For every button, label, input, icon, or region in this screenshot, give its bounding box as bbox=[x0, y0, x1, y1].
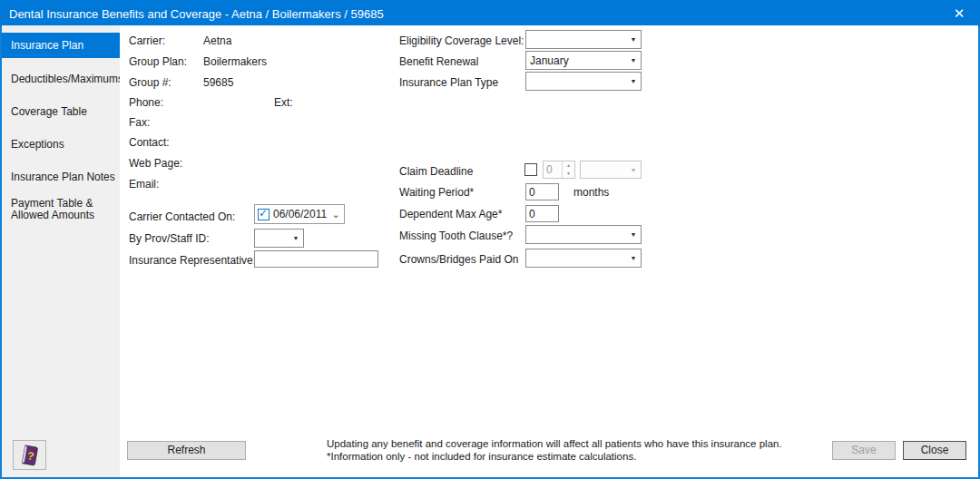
group-number-value: 59685 bbox=[203, 76, 233, 89]
by-prov-staff-id-combobox[interactable]: ▼ bbox=[254, 229, 304, 248]
phone-label: Phone: bbox=[129, 96, 163, 109]
insurance-representative-label: Insurance Representative: bbox=[129, 254, 256, 267]
waiting-period-suffix: months bbox=[573, 186, 609, 199]
claim-deadline-spinner[interactable]: 0 ▲ ▼ bbox=[543, 161, 575, 179]
spin-down-icon[interactable]: ▼ bbox=[563, 170, 574, 178]
missing-tooth-clause-combobox[interactable]: ▼ bbox=[525, 225, 642, 244]
footer-note-line2: *Information only - not included for ins… bbox=[327, 451, 782, 464]
web-page-label: Web Page: bbox=[129, 157, 182, 170]
insurance-plan-type-label: Insurance Plan Type bbox=[399, 76, 498, 89]
fax-label: Fax: bbox=[129, 116, 150, 129]
benefit-renewal-label: Benefit Renewal bbox=[399, 55, 478, 68]
chevron-down-icon: ⌄ bbox=[328, 209, 344, 220]
help-button[interactable]: ? bbox=[13, 440, 46, 470]
combo-arrow-icon: ▼ bbox=[626, 167, 641, 173]
benefit-renewal-combobox[interactable]: January ▼ bbox=[525, 51, 642, 70]
insurance-representative-input[interactable] bbox=[254, 250, 378, 268]
benefit-renewal-value: January bbox=[526, 54, 626, 67]
claim-deadline-checkbox[interactable] bbox=[524, 163, 537, 176]
eligibility-coverage-level-combobox[interactable]: ▼ bbox=[525, 30, 642, 49]
missing-tooth-clause-label: Missing Tooth Clause*? bbox=[399, 230, 513, 242]
email-label: Email: bbox=[129, 178, 159, 191]
tab-exceptions[interactable]: Exceptions bbox=[2, 132, 120, 157]
combo-arrow-icon: ▼ bbox=[626, 255, 641, 261]
group-plan-label: Group Plan: bbox=[129, 55, 187, 68]
sidebar: Insurance Plan Deductibles/Maximums Cove… bbox=[2, 25, 120, 477]
eligibility-coverage-level-label: Eligibility Coverage Level: bbox=[399, 34, 524, 47]
crowns-bridges-paid-on-label: Crowns/Bridges Paid On bbox=[399, 253, 518, 266]
tab-insurance-plan[interactable]: Insurance Plan bbox=[2, 33, 120, 58]
dialog-window: Dental Insurance Benefits and Coverage -… bbox=[0, 0, 980, 479]
check-icon: ✓ bbox=[259, 207, 268, 220]
claim-deadline-label: Claim Deadline bbox=[399, 165, 473, 178]
insurance-plan-type-combobox[interactable]: ▼ bbox=[525, 72, 642, 91]
carrier-value: Aetna bbox=[203, 34, 231, 47]
dependent-max-age-input[interactable] bbox=[525, 205, 559, 222]
tab-deductibles-maximums[interactable]: Deductibles/Maximums bbox=[2, 66, 120, 92]
title-bar: Dental Insurance Benefits and Coverage -… bbox=[0, 0, 980, 27]
claim-deadline-spinner-value: 0 bbox=[544, 161, 562, 178]
tab-insurance-plan-notes[interactable]: Insurance Plan Notes bbox=[2, 164, 120, 190]
waiting-period-input[interactable] bbox=[525, 183, 559, 200]
contact-label: Contact: bbox=[129, 136, 170, 149]
carrier-contacted-on-label: Carrier Contacted On: bbox=[129, 210, 235, 223]
spin-up-icon[interactable]: ▲ bbox=[563, 161, 574, 170]
group-number-label: Group #: bbox=[129, 76, 172, 89]
carrier-label: Carrier: bbox=[129, 34, 165, 47]
tab-payment-table-allowed-amounts[interactable]: Payment Table & Allowed Amounts bbox=[2, 194, 109, 225]
main-panel: Carrier: Aetna Group Plan: Boilermakers … bbox=[120, 25, 978, 477]
close-icon[interactable]: ✕ bbox=[938, 0, 980, 27]
ext-label: Ext: bbox=[274, 96, 293, 109]
combo-arrow-icon: ▼ bbox=[626, 57, 641, 64]
tab-coverage-table[interactable]: Coverage Table bbox=[2, 99, 120, 124]
combo-arrow-icon: ▼ bbox=[626, 231, 641, 238]
window-title: Dental Insurance Benefits and Coverage -… bbox=[0, 7, 384, 21]
refresh-button[interactable]: Refresh bbox=[127, 441, 246, 460]
claim-deadline-unit-combobox: ▼ bbox=[580, 161, 642, 179]
combo-arrow-icon: ▼ bbox=[626, 78, 641, 84]
dependent-max-age-label: Dependent Max Age* bbox=[399, 208, 502, 220]
by-prov-staff-id-label: By Prov/Staff ID: bbox=[129, 232, 209, 245]
footer-note: Updating any benefit and coverage inform… bbox=[327, 438, 782, 463]
combo-arrow-icon: ▼ bbox=[626, 36, 641, 43]
carrier-contacted-on-checkbox[interactable]: ✓ bbox=[258, 209, 270, 220]
waiting-period-label: Waiting Period* bbox=[399, 186, 474, 199]
crowns-bridges-paid-on-combobox[interactable]: ▼ bbox=[525, 249, 642, 268]
help-book-icon: ? bbox=[18, 444, 42, 467]
footer-note-line1: Updating any benefit and coverage inform… bbox=[327, 438, 782, 451]
save-button[interactable]: Save bbox=[832, 441, 896, 460]
carrier-contacted-on-datepicker[interactable]: ✓ 06/06/2011 ⌄ bbox=[254, 204, 345, 224]
close-button[interactable]: Close bbox=[903, 441, 966, 460]
carrier-contacted-on-date: 06/06/2011 bbox=[270, 208, 328, 220]
combo-arrow-icon: ▼ bbox=[289, 235, 303, 241]
group-plan-value: Boilermakers bbox=[203, 55, 267, 68]
